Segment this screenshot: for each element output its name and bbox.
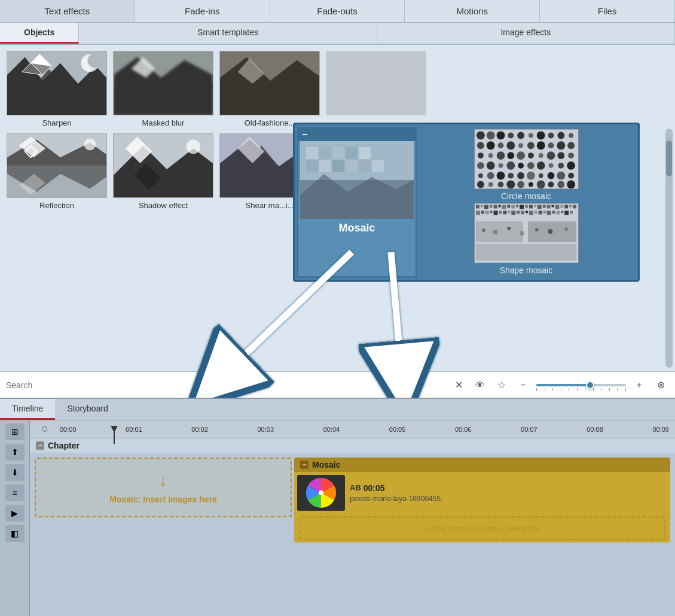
svg-point-22 [84, 139, 96, 151]
svg-point-93 [506, 141, 515, 150]
svg-point-128 [557, 172, 565, 180]
svg-point-121 [487, 172, 494, 179]
chapter-header: − Chapter [30, 438, 675, 453]
mosaic-selected-item[interactable]: − [297, 127, 417, 277]
svg-point-80 [476, 132, 484, 140]
tab-image-effects[interactable]: Image effects [377, 23, 675, 44]
svg-rect-76 [359, 160, 371, 172]
effect-sharpen[interactable]: Sharpen [6, 51, 108, 127]
svg-point-100 [477, 153, 483, 158]
effect-mosaic-placeholder[interactable] [325, 51, 427, 127]
tab-text-effects[interactable]: Text effects [0, 0, 135, 22]
slider-track[interactable] [536, 384, 626, 386]
svg-rect-173 [517, 211, 520, 214]
svg-rect-159 [555, 205, 559, 209]
scroll-bar[interactable] [665, 129, 673, 368]
svg-rect-172 [511, 211, 515, 215]
bottom-panel: Timeline Storyboard ⊞ ⬆ ⬇ ≡ ▶ ◧ ⬡ 00:00 … [0, 398, 675, 616]
track-insert[interactable]: ↓ Mosaic: Insert images here [35, 458, 292, 517]
track-info: AB 00:05 pexels-mario-laya-16900455. [350, 483, 442, 503]
effect-reflection[interactable]: Reflection [6, 133, 108, 210]
mosaic-others: Circle mosaic [417, 127, 636, 277]
effect-label-shear-mask: Shear ma...i... [246, 201, 294, 210]
search-visibility-icon[interactable]: 👁 [472, 377, 488, 394]
effect-thumb-reflection [7, 133, 107, 198]
svg-point-101 [488, 153, 493, 158]
svg-rect-161 [564, 205, 568, 209]
search-settings-icon[interactable]: ⊗ [652, 377, 669, 394]
svg-rect-169 [499, 211, 502, 214]
svg-point-89 [569, 133, 573, 138]
svg-point-84 [517, 132, 524, 139]
svg-point-94 [518, 143, 523, 148]
svg-point-122 [496, 172, 505, 180]
tracks-area: ↓ Mosaic: Insert images here − Mosaic [30, 453, 675, 547]
search-plus-icon[interactable]: + [631, 377, 647, 394]
svg-point-87 [548, 133, 554, 139]
svg-point-136 [536, 181, 545, 189]
svg-point-133 [506, 181, 515, 189]
chapter-minus-btn[interactable]: − [36, 441, 44, 450]
tab-files[interactable]: Files [540, 0, 675, 22]
svg-rect-17 [220, 51, 319, 115]
svg-rect-74 [332, 160, 344, 172]
mosaic-minus-icon[interactable]: − [302, 129, 307, 140]
svg-point-111 [486, 161, 494, 170]
svg-rect-181 [552, 211, 555, 214]
svg-rect-164 [475, 211, 479, 215]
sidebar-icon-add-below[interactable]: ⬇ [5, 464, 25, 481]
ruler-mark-06: 00:06 [455, 426, 472, 433]
sidebar-icon-layers[interactable]: ◧ [5, 525, 25, 542]
tab-smart-templates[interactable]: Smart templates [79, 23, 377, 44]
effect-label-masked-blur: Masked blur [142, 118, 185, 127]
tab-fade-outs[interactable]: Fade-outs [270, 0, 405, 22]
svg-point-99 [567, 142, 575, 149]
sidebar-icon-play[interactable]: ▶ [5, 505, 25, 522]
track-mosaic: − Mosaic [294, 458, 670, 542]
svg-rect-69 [346, 147, 358, 159]
svg-point-191 [507, 227, 511, 230]
tab-objects[interactable]: Objects [0, 23, 79, 44]
tab-fade-ins[interactable]: Fade-ins [135, 0, 270, 22]
sidebar-icon-add-top[interactable]: ⬆ [5, 444, 25, 461]
svg-point-117 [548, 163, 553, 168]
svg-point-192 [520, 231, 524, 236]
sidebar-icon-filter[interactable]: ≡ [5, 484, 25, 501]
effect-masked-blur[interactable]: Masked blur [112, 51, 214, 127]
svg-point-83 [508, 133, 514, 139]
svg-point-127 [547, 172, 554, 179]
svg-point-126 [538, 173, 543, 178]
effect-old-fashioned[interactable]: Old-fashione... [219, 51, 320, 127]
svg-rect-184 [564, 211, 569, 215]
svg-rect-145 [493, 205, 497, 209]
tab-storyboard[interactable]: Storyboard [55, 399, 120, 420]
svg-rect-180 [546, 211, 551, 215]
search-clear-icon[interactable]: ✕ [450, 377, 467, 394]
tab-motions[interactable]: Motions [405, 0, 540, 22]
search-input[interactable] [6, 380, 450, 390]
sidebar-icon-grid[interactable]: ⊞ [5, 423, 25, 440]
svg-rect-171 [508, 211, 510, 213]
svg-point-109 [568, 153, 574, 158]
effects-row-1: Sharpen Masked blur [6, 51, 669, 127]
svg-rect-75 [346, 160, 358, 172]
mosaic-other-circle[interactable]: Circle mosaic [419, 129, 633, 201]
mosaic-track-minus[interactable]: − [300, 461, 309, 469]
svg-point-132 [497, 182, 503, 188]
mosaic-other-shape[interactable]: Shape mosaic [419, 203, 633, 275]
svg-point-129 [568, 173, 574, 179]
svg-point-194 [548, 229, 552, 234]
drag-new-track[interactable]: ↓ Drag here to create a new track. [299, 516, 665, 540]
effect-shadow[interactable]: Shadow effect [112, 133, 214, 210]
scroll-thumb[interactable] [666, 141, 672, 176]
search-minus-icon[interactable]: − [515, 377, 532, 394]
svg-point-138 [557, 181, 564, 188]
svg-point-91 [486, 141, 494, 150]
search-star-icon[interactable]: ☆ [493, 377, 510, 394]
tab-timeline[interactable]: Timeline [0, 399, 55, 420]
effect-label-old-fashioned: Old-fashione... [245, 118, 295, 127]
svg-rect-66 [306, 147, 318, 159]
svg-point-96 [536, 141, 545, 150]
svg-rect-71 [372, 147, 384, 159]
mosaic-thumb [300, 141, 414, 219]
